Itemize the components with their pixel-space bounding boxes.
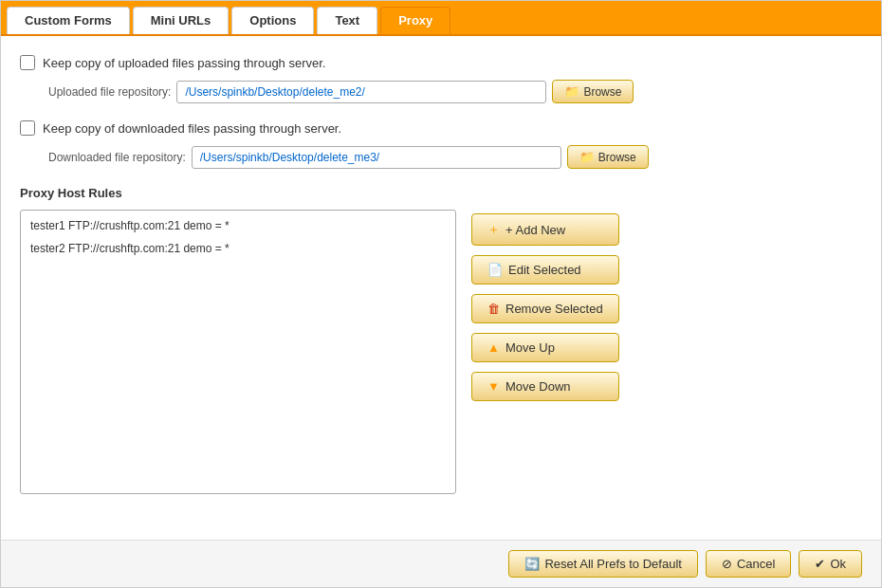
download-repo-row: Downloaded file repository: 📁 Browse (48, 145, 862, 169)
upload-checkbox-label: Keep copy of uploaded files passing thro… (43, 56, 325, 70)
cancel-button[interactable]: ⊘ Cancel (706, 550, 791, 578)
remove-selected-button[interactable]: 🗑 Remove Selected (471, 294, 619, 323)
download-repo-label: Downloaded file repository: (48, 151, 186, 164)
reset-prefs-button[interactable]: 🔄 Reset All Prefs to Default (508, 550, 698, 578)
arrow-down-icon: ▼ (487, 379, 500, 394)
content-area: Keep copy of uploaded files passing thro… (1, 36, 881, 540)
rule-item[interactable]: tester2 FTP://crushftp.com:21 demo = * (21, 237, 455, 260)
upload-repo-label: Uploaded file repository: (48, 85, 171, 99)
proxy-host-section: tester1 FTP://crushftp.com:21 demo = * t… (20, 210, 862, 494)
rules-list[interactable]: tester1 FTP://crushftp.com:21 demo = * t… (20, 210, 456, 494)
arrow-up-icon: ▲ (487, 340, 500, 355)
upload-checkbox[interactable] (20, 55, 35, 70)
download-checkbox-label: Keep copy of downloaded files passing th… (43, 121, 341, 136)
rules-buttons: ＋ + Add New 📄 Edit Selected 🗑 Remove Sel… (471, 210, 619, 401)
ok-button[interactable]: ✔ Ok (799, 550, 862, 578)
tab-text[interactable]: Text (317, 7, 377, 34)
reset-label: Reset All Prefs to Default (544, 557, 682, 571)
cancel-label: Cancel (737, 557, 775, 571)
download-checkbox[interactable] (20, 120, 35, 136)
proxy-rules-title: Proxy Host Rules (20, 186, 862, 200)
add-new-label: + Add New (505, 223, 565, 237)
upload-repo-row: Uploaded file repository: 📁 Browse (48, 80, 862, 103)
move-up-button[interactable]: ▲ Move Up (471, 333, 619, 362)
folder-icon-download: 📁 (579, 150, 595, 164)
download-option-row: Keep copy of downloaded files passing th… (20, 120, 862, 136)
ok-icon: ✔ (815, 557, 825, 571)
upload-browse-label: Browse (583, 85, 621, 99)
edit-icon: 📄 (487, 263, 503, 277)
move-down-label: Move Down (505, 379, 571, 394)
upload-browse-button[interactable]: 📁 Browse (552, 80, 634, 103)
rule-item[interactable]: tester1 FTP://crushftp.com:21 demo = * (21, 214, 455, 237)
add-new-button[interactable]: ＋ + Add New (471, 213, 619, 246)
ok-label: Ok (830, 557, 846, 571)
tab-proxy[interactable]: Proxy (380, 7, 450, 34)
tab-custom-forms[interactable]: Custom Forms (7, 7, 130, 34)
remove-selected-label: Remove Selected (505, 302, 603, 316)
edit-selected-button[interactable]: 📄 Edit Selected (471, 255, 619, 285)
edit-selected-label: Edit Selected (508, 263, 581, 277)
folder-icon-upload: 📁 (564, 84, 579, 99)
main-container: Custom Forms Mini URLs Options Text Prox… (0, 0, 882, 588)
footer: 🔄 Reset All Prefs to Default ⊘ Cancel ✔ … (1, 540, 881, 587)
upload-option-row: Keep copy of uploaded files passing thro… (20, 55, 862, 70)
cancel-icon: ⊘ (722, 557, 732, 571)
plus-icon: ＋ (487, 221, 500, 238)
trash-icon: 🗑 (487, 302, 500, 316)
download-repo-input[interactable] (192, 146, 561, 169)
move-down-button[interactable]: ▼ Move Down (471, 372, 619, 401)
download-browse-button[interactable]: 📁 Browse (567, 145, 649, 169)
upload-repo-input[interactable] (176, 81, 546, 103)
tab-options[interactable]: Options (231, 7, 314, 34)
tab-bar: Custom Forms Mini URLs Options Text Prox… (1, 1, 881, 36)
move-up-label: Move Up (505, 340, 555, 355)
reset-icon: 🔄 (524, 557, 540, 571)
download-browse-label: Browse (598, 151, 636, 164)
tab-mini-urls[interactable]: Mini URLs (133, 7, 230, 34)
